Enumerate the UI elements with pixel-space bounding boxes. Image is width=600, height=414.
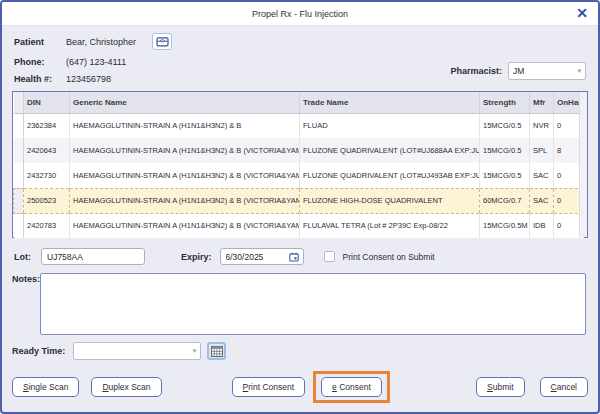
row-selector[interactable] (14, 188, 24, 213)
product-table-container: DIN Generic Name Trade Name Strength Mfr… (12, 91, 588, 238)
print-consent-checkbox-label: Print Consent on Submit (343, 252, 435, 262)
calendar-grid-icon (211, 346, 223, 357)
cell-generic: HAEMAGGLUTININ-STRAIN A (H1N1&H3N2) & B … (70, 163, 300, 188)
print-consent-button[interactable]: Print Consent (232, 377, 306, 397)
cell-generic: HAEMAGGLUTININ-STRAIN A (H1N1&H3N2) & B … (70, 213, 300, 238)
column-header-din[interactable]: DIN (24, 92, 70, 113)
cell-strength: 15MCG/0.5 (480, 163, 530, 188)
notes-label: Notes: (12, 273, 40, 335)
row-selector[interactable] (14, 163, 24, 188)
row-selector[interactable] (14, 138, 24, 163)
cell-trade: FLUZONE HIGH-DOSE QUADRIVALENT (300, 188, 480, 213)
cell-mfr: SPL (530, 138, 554, 163)
cell-generic: HAEMAGGLUTININ-STRAIN A (H1N1&H3N2) & B (70, 113, 300, 138)
table-header-row: DIN Generic Name Trade Name Strength Mfr… (14, 92, 584, 113)
cell-generic: HAEMAGGLUTININ-STRAIN A (H1N1&H3N2) & B … (70, 138, 300, 163)
table-row[interactable]: 2420643 HAEMAGGLUTININ-STRAIN A (H1N1&H3… (14, 138, 584, 163)
chevron-down-icon: ▾ (577, 67, 581, 75)
pharmacist-label: Pharmacist: (450, 66, 502, 76)
phone-value: (647) 123-4111 (66, 57, 126, 67)
cell-trade: FLUAD (300, 113, 480, 138)
row-selector[interactable] (14, 213, 24, 238)
cell-generic: HAEMAGGLUTININ-STRAIN A (H1N1&H3N2) & B … (70, 188, 300, 213)
print-consent-checkbox[interactable] (324, 251, 335, 262)
column-header-mfr[interactable]: Mfr (530, 92, 554, 113)
row-selector[interactable] (14, 113, 24, 138)
dialog-title: Propel Rx - Flu Injection (252, 9, 348, 19)
cell-din: 2420643 (24, 138, 70, 163)
lot-input[interactable] (41, 248, 145, 265)
single-scan-button[interactable]: Single Scan (12, 377, 79, 397)
cell-trade: FLUZONE QUADRIVALENT (LOT#UJ493AB EXP:JU… (300, 163, 480, 188)
expiry-input[interactable] (226, 252, 282, 262)
ready-time-section: Ready Time: ▾ (2, 335, 598, 360)
duplex-scan-button[interactable]: Duplex Scan (91, 377, 161, 397)
lot-expiry-section: Lot: Expiry: Print Consent on Submit (2, 238, 598, 269)
cell-trade: FLULAVAL TETRA (Lot # 2P39C Exp-08/22 (300, 213, 480, 238)
cell-strength: 15MCG/0.5M (480, 213, 530, 238)
notes-textarea[interactable] (40, 273, 586, 335)
schedule-calendar-button[interactable] (207, 342, 226, 360)
column-header-trade-name[interactable]: Trade Name (300, 92, 480, 113)
health-number-label: Health #: (14, 74, 66, 84)
patient-profile-button[interactable] (152, 33, 172, 50)
cancel-button[interactable]: Cancel (540, 377, 588, 397)
cell-strength: 15MCG/0.5 (480, 138, 530, 163)
close-icon[interactable]: ✕ (576, 5, 588, 21)
e-consent-button[interactable]: e Consent (321, 377, 382, 397)
patient-label: Patient (14, 37, 66, 47)
cell-din: 2500523 (24, 188, 70, 213)
cell-strength: 60MCG/0.7 (480, 188, 530, 213)
cell-din: 2432730 (24, 163, 70, 188)
patient-info-section: Patient Bear, Christopher Phone: (647) 1… (2, 26, 598, 89)
cell-mfr: IDB (530, 213, 554, 238)
row-selector-header (14, 92, 24, 113)
table-row-selected[interactable]: 2500523 HAEMAGGLUTININ-STRAIN A (H1N1&H3… (14, 188, 584, 213)
chevron-down-icon: ▾ (193, 347, 197, 355)
product-table: DIN Generic Name Trade Name Strength Mfr… (13, 92, 584, 238)
health-number-value: 123456798 (66, 74, 111, 84)
cell-mfr: SAC (530, 163, 554, 188)
patient-folder-icon (156, 36, 169, 47)
cell-strength: 15MCG/0.5 (480, 113, 530, 138)
phone-label: Phone: (14, 57, 66, 67)
flu-injection-dialog: Propel Rx - Flu Injection ✕ Patient Bear… (0, 0, 600, 414)
submit-button[interactable]: Submit (476, 377, 524, 397)
cell-din: 2362384 (24, 113, 70, 138)
pharmacist-value: JM (513, 66, 524, 76)
cell-mfr: NVR (530, 113, 554, 138)
cell-trade: FLUZONE QUADRIVALENT (LOT#UJ688AA EXP:JU… (300, 138, 480, 163)
table-row[interactable]: 2420783 HAEMAGGLUTININ-STRAIN A (H1N1&H3… (14, 213, 584, 238)
annotation-highlight-box: e Consent (313, 371, 390, 403)
footer-button-bar: Single Scan Duplex Scan Print Consent e … (2, 371, 598, 412)
patient-name: Bear, Christopher (66, 37, 136, 47)
column-header-strength[interactable]: Strength (480, 92, 530, 113)
ready-time-select[interactable]: ▾ (73, 342, 201, 360)
calendar-icon[interactable] (289, 252, 299, 262)
table-scrollbar[interactable] (579, 92, 587, 237)
table-row[interactable]: 2362384 HAEMAGGLUTININ-STRAIN A (H1N1&H3… (14, 113, 584, 138)
titlebar: Propel Rx - Flu Injection ✕ (2, 2, 598, 26)
cell-din: 2420783 (24, 213, 70, 238)
ready-time-label: Ready Time: (12, 346, 65, 356)
expiry-label: Expiry: (181, 252, 212, 262)
column-header-generic-name[interactable]: Generic Name (70, 92, 300, 113)
lot-label: Lot: (14, 252, 31, 262)
pharmacist-select[interactable]: JM ▾ (508, 62, 586, 80)
notes-section: Notes: (2, 269, 598, 335)
expiry-field[interactable] (220, 248, 304, 265)
table-row[interactable]: 2432730 HAEMAGGLUTININ-STRAIN A (H1N1&H3… (14, 163, 584, 188)
cell-mfr: SAC (530, 188, 554, 213)
